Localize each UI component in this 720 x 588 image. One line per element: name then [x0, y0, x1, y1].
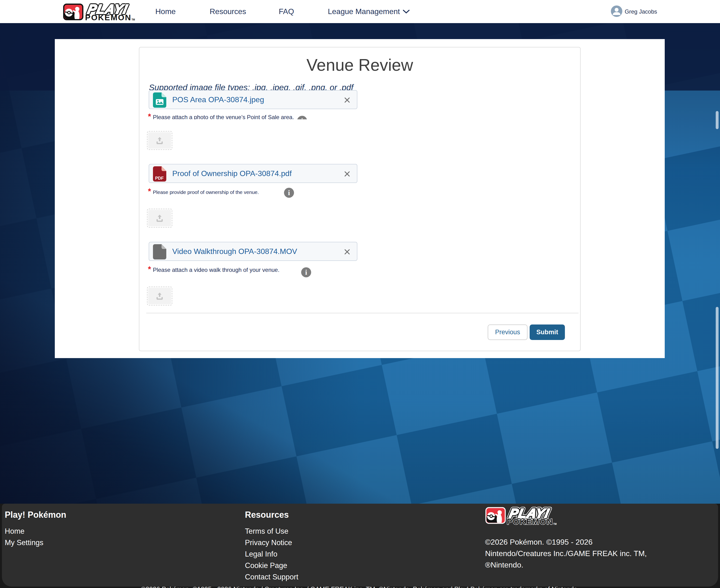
svg-text:POKÉMON: POKÉMON	[85, 13, 131, 21]
svg-text:POKÉMON: POKÉMON	[507, 517, 552, 526]
svg-text:PDF: PDF	[155, 176, 164, 181]
svg-text:TM: TM	[131, 18, 135, 21]
svg-text:TM: TM	[553, 523, 556, 525]
